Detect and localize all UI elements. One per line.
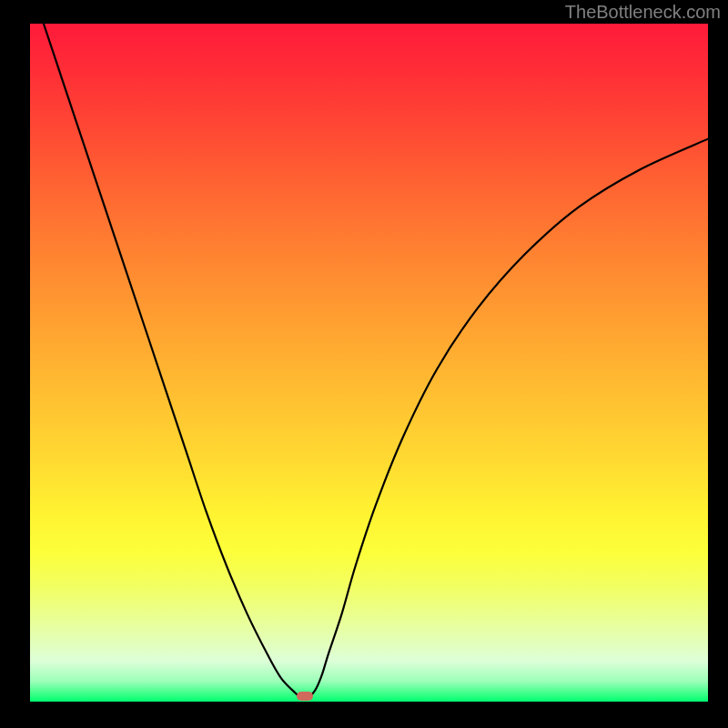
optimum-marker xyxy=(297,692,313,701)
chart-plot-area xyxy=(30,24,708,702)
watermark-text: TheBottleneck.com xyxy=(565,2,721,23)
bottleneck-curve xyxy=(30,24,708,702)
